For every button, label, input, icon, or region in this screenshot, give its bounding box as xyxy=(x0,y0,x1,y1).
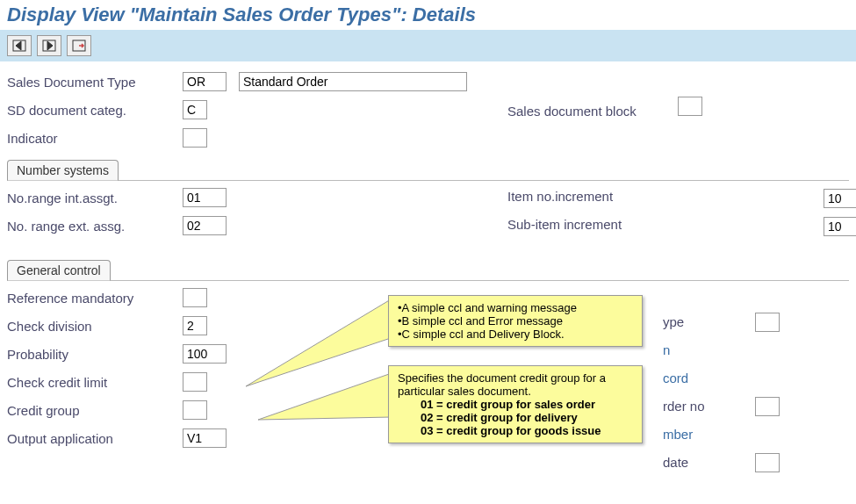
credit-group-field[interactable] xyxy=(183,400,207,420)
partial-record-label: cord xyxy=(663,371,688,385)
callout-check-credit: •A simple ccl and warning message •B sim… xyxy=(388,295,643,347)
credit-group-label: Credit group xyxy=(7,403,183,418)
prev-button[interactable] xyxy=(7,35,32,56)
exit-icon xyxy=(72,40,86,52)
page-title: Display View "Maintain Sales Order Types… xyxy=(0,0,856,30)
callout-2-intro: Specifies the document credit group for … xyxy=(398,371,633,398)
partial-type-label: ype xyxy=(663,314,838,329)
callout-credit-group: Specifies the document credit group for … xyxy=(388,365,643,443)
check-credit-field[interactable] xyxy=(183,372,207,392)
indicator-field[interactable] xyxy=(183,128,207,148)
next-button[interactable] xyxy=(37,35,61,56)
callout-2-l2: 02 = credit group for delivery xyxy=(398,411,633,424)
partial-number-label: mber xyxy=(663,427,693,442)
probability-field[interactable]: 100 xyxy=(183,344,227,364)
output-app-field[interactable]: V1 xyxy=(183,428,227,448)
item-incr-field[interactable]: 10 xyxy=(824,189,856,208)
subitem-incr-field[interactable]: 10 xyxy=(824,217,856,236)
arrow-left-icon xyxy=(12,40,26,52)
item-incr-label: Item no.increment xyxy=(507,189,674,204)
toolbar xyxy=(0,30,856,61)
sales-doc-type-desc-field[interactable]: Standard Order xyxy=(239,72,467,91)
sd-doc-categ-label: SD document categ. xyxy=(7,103,183,118)
callout-1-line-1: •A simple ccl and warning message xyxy=(398,301,633,314)
callout-2-l1: 01 = credit group for sales order xyxy=(398,398,633,411)
partial-orderno-label: rder no xyxy=(663,399,838,414)
no-range-int-field[interactable]: 01 xyxy=(183,188,227,207)
subitem-incr-label: Sub-item increment xyxy=(507,217,674,232)
no-range-ext-label: No. range ext. assg. xyxy=(7,219,183,234)
sales-doc-type-label: Sales Document Type xyxy=(7,75,183,90)
check-division-field[interactable]: 2 xyxy=(183,316,207,335)
check-division-label: Check division xyxy=(7,319,183,334)
sales-doc-block-field[interactable] xyxy=(678,97,702,116)
arrow-right-icon xyxy=(42,40,56,52)
callout-2-l3: 03 = credit group for goods issue xyxy=(398,424,633,437)
partial-n-label: n xyxy=(663,342,670,357)
callout-1-line-3: •C simple ccl and Delivery Block. xyxy=(398,328,633,341)
number-systems-tab: Number systems xyxy=(7,160,119,181)
partial-date-field[interactable] xyxy=(755,453,780,472)
svg-marker-4 xyxy=(258,373,392,420)
no-range-int-label: No.range int.assgt. xyxy=(7,191,183,205)
ref-mandatory-label: Reference mandatory xyxy=(7,291,183,306)
partial-date-label: date xyxy=(663,455,838,470)
partial-type-field[interactable] xyxy=(755,313,780,332)
probability-label: Probability xyxy=(7,347,183,362)
sales-doc-block-label: Sales document block xyxy=(507,104,674,119)
callout-1-line-2: •B simple ccl and Error message xyxy=(398,314,633,328)
indicator-label: Indicator xyxy=(7,131,183,146)
partial-orderno-field[interactable] xyxy=(755,397,780,416)
general-control-tab: General control xyxy=(7,260,111,281)
ref-mandatory-field[interactable] xyxy=(183,288,207,307)
no-range-ext-field[interactable]: 02 xyxy=(183,216,227,235)
sales-doc-type-field[interactable]: OR xyxy=(183,72,227,91)
exit-button[interactable] xyxy=(67,35,91,56)
check-credit-label: Check credit limit xyxy=(7,375,183,390)
sd-doc-categ-field[interactable]: C xyxy=(183,100,207,119)
output-app-label: Output application xyxy=(7,431,183,446)
